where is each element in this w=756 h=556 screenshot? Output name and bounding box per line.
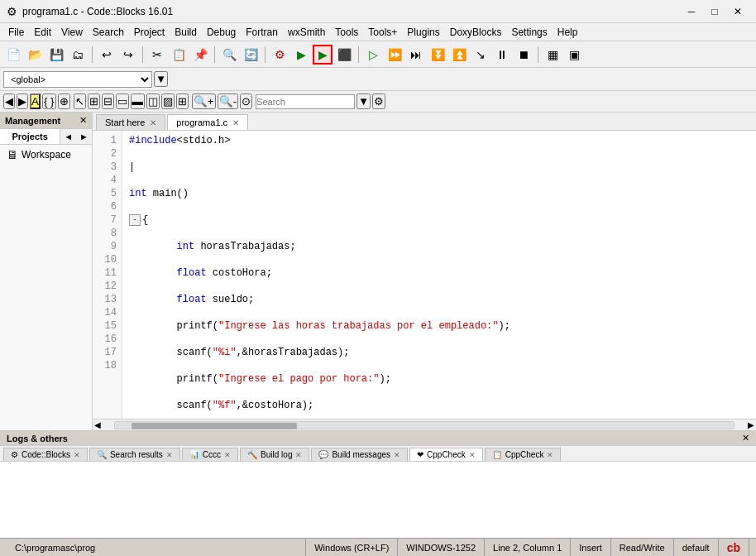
sidebar-tab-projects[interactable]: Projects xyxy=(0,129,60,144)
cut-button[interactable]: ✂ xyxy=(147,45,167,65)
new-button[interactable]: 📄 xyxy=(3,45,23,65)
redo-button[interactable]: ↪ xyxy=(118,45,138,65)
logs-close-button[interactable]: ✕ xyxy=(742,433,749,443)
nav-btn8[interactable]: ◫ xyxy=(146,93,160,109)
save-all-button[interactable]: 🗂 xyxy=(68,45,88,65)
nav-btn4[interactable]: ⊞ xyxy=(88,93,100,109)
match-button[interactable]: { } xyxy=(42,93,56,109)
stop-button[interactable]: ⬛ xyxy=(334,45,354,65)
replace-button[interactable]: 🔄 xyxy=(241,45,261,65)
log-tab-search[interactable]: 🔍 Search results ✕ xyxy=(89,448,180,461)
tab-programa1[interactable]: programa1.c ✕ xyxy=(167,114,248,130)
log-tab-buildmsg-close[interactable]: ✕ xyxy=(394,451,400,459)
misc-btn1[interactable]: ▦ xyxy=(543,45,562,65)
debug-step-button[interactable]: ⏩ xyxy=(385,45,404,65)
sidebar-tab-nav-prev[interactable]: ◄ xyxy=(60,129,76,144)
menu-item-view[interactable]: View xyxy=(56,25,88,40)
open-button[interactable]: 📂 xyxy=(25,45,45,65)
toolbar-sep-2 xyxy=(142,46,143,63)
editor-area: Start here ✕ programa1.c ✕ 1 2 3 4 5 6 7… xyxy=(93,113,756,430)
nav-btn6[interactable]: ▭ xyxy=(116,93,129,109)
menu-item-settings[interactable]: Settings xyxy=(506,25,552,40)
paste-button[interactable]: 📌 xyxy=(190,45,210,65)
debug-over-button[interactable]: ⏬ xyxy=(428,45,447,65)
scroll-left-button[interactable]: ◀ xyxy=(94,420,101,429)
log-tab-buildlog[interactable]: 🔨 Build log ✕ xyxy=(240,448,309,461)
highlight-button[interactable]: A xyxy=(30,93,41,109)
nav-back-button[interactable]: ◀ xyxy=(3,93,15,109)
run-button[interactable]: ▶ xyxy=(291,45,311,65)
menu-item-plugins[interactable]: Plugins xyxy=(402,25,444,40)
search-input[interactable] xyxy=(256,94,355,109)
menu-item-tools[interactable]: Tools xyxy=(330,25,363,40)
copy-button[interactable]: 📋 xyxy=(169,45,189,65)
nav-btn10[interactable]: ⊞ xyxy=(176,93,189,109)
workspace-item[interactable]: 🖥 Workspace xyxy=(0,145,92,165)
close-button[interactable]: ✕ xyxy=(726,2,749,21)
menu-item-search[interactable]: Search xyxy=(88,25,129,40)
status-permissions: Read/Write xyxy=(611,539,674,556)
find-button[interactable]: 🔍 xyxy=(219,45,239,65)
scroll-thumb[interactable] xyxy=(132,423,297,429)
code-area[interactable]: #include<stdio.h> | int main() -{ int ho… xyxy=(122,131,756,419)
sidebar-close-button[interactable]: ✕ xyxy=(79,115,87,126)
menu-item-help[interactable]: Help xyxy=(553,25,583,40)
undo-button[interactable]: ↩ xyxy=(97,45,117,65)
cursor-btn[interactable]: ↖ xyxy=(74,93,86,109)
nav-btn7[interactable]: ▬ xyxy=(131,93,145,109)
misc-btn2[interactable]: ▣ xyxy=(564,45,584,65)
zoom-in-button[interactable]: 🔍+ xyxy=(192,93,216,109)
tab-programa1-close[interactable]: ✕ xyxy=(232,118,239,127)
debug-stop-button[interactable]: ⏹ xyxy=(514,45,534,65)
scroll-right-button[interactable]: ▶ xyxy=(748,420,754,429)
menu-item-doxyblocks[interactable]: DoxyBlocks xyxy=(445,25,507,40)
nav-btn9[interactable]: ▨ xyxy=(161,93,175,109)
zoom-out-button[interactable]: 🔍- xyxy=(218,93,238,109)
menu-item-fortran[interactable]: Fortran xyxy=(241,25,283,40)
menu-item-edit[interactable]: Edit xyxy=(29,25,56,40)
search-options-button[interactable]: ⚙ xyxy=(372,93,385,109)
log-tab-cppcheck1-close[interactable]: ✕ xyxy=(469,451,476,459)
menu-item-file[interactable]: File xyxy=(3,25,29,40)
nav-forward-button[interactable]: ▶ xyxy=(17,93,28,109)
tab-start-here-close[interactable]: ✕ xyxy=(150,118,156,127)
zoom-reset-button[interactable]: ⊙ xyxy=(240,93,252,109)
menu-item-tools+[interactable]: Tools+ xyxy=(363,25,402,40)
log-tab-cccc-close[interactable]: ✕ xyxy=(224,451,231,459)
menu-item-debug[interactable]: Debug xyxy=(202,25,241,40)
log-tab-cppcheck2[interactable]: 📋 CppCheck ✕ xyxy=(485,448,562,461)
log-tab-cppcheck1[interactable]: ❤ CppCheck ✕ xyxy=(409,448,483,461)
menu-item-project[interactable]: Project xyxy=(129,25,170,40)
tab-start-here[interactable]: Start here ✕ xyxy=(96,114,165,130)
nav-btn3[interactable]: ⊕ xyxy=(58,93,70,109)
menu-item-build[interactable]: Build xyxy=(170,25,202,40)
maximize-button[interactable]: □ xyxy=(703,2,726,21)
log-tab-codeblocks-close[interactable]: ✕ xyxy=(74,451,80,459)
workspace-icon: 🖥 xyxy=(7,148,18,161)
code-editor[interactable]: 1 2 3 4 5 6 7 8 9 10 11 12 13 14 15 16 1… xyxy=(93,131,756,419)
search-go-button[interactable]: ▼ xyxy=(356,93,371,109)
log-tab-cppcheck2-close[interactable]: ✕ xyxy=(547,451,553,459)
scroll-track[interactable] xyxy=(114,421,734,429)
build-button[interactable]: ⚙ xyxy=(270,45,289,65)
global-select[interactable]: <global> xyxy=(3,71,152,88)
minimize-button[interactable]: ─ xyxy=(680,2,703,21)
menu-item-wxsmith[interactable]: wxSmith xyxy=(283,25,330,40)
save-button[interactable]: 💾 xyxy=(46,45,66,65)
build-run-button[interactable]: ▶ xyxy=(313,45,333,65)
debug-pause-button[interactable]: ⏸ xyxy=(492,45,512,65)
debug-next-button[interactable]: ↘ xyxy=(471,45,490,65)
log-tab-buildlog-close[interactable]: ✕ xyxy=(295,451,302,459)
debug-step2-button[interactable]: ⏭ xyxy=(406,45,426,65)
log-tab-search-close[interactable]: ✕ xyxy=(166,451,173,459)
horizontal-scrollbar[interactable]: ◀ ▶ xyxy=(93,419,756,430)
global-go-button[interactable]: ▼ xyxy=(154,71,168,87)
log-tab-codeblocks[interactable]: ⚙ Code::Blocks ✕ xyxy=(3,448,88,461)
debug-out-button[interactable]: ⏫ xyxy=(449,45,469,65)
debug-button[interactable]: ▷ xyxy=(363,45,383,65)
log-tab-cccc[interactable]: 📊 Cccc ✕ xyxy=(182,448,238,461)
fold-button[interactable]: - xyxy=(129,214,141,226)
log-tab-buildmsg[interactable]: 💬 Build messages ✕ xyxy=(311,448,408,461)
nav-btn5[interactable]: ⊟ xyxy=(102,93,114,109)
sidebar-tab-nav-next[interactable]: ► xyxy=(76,129,92,144)
